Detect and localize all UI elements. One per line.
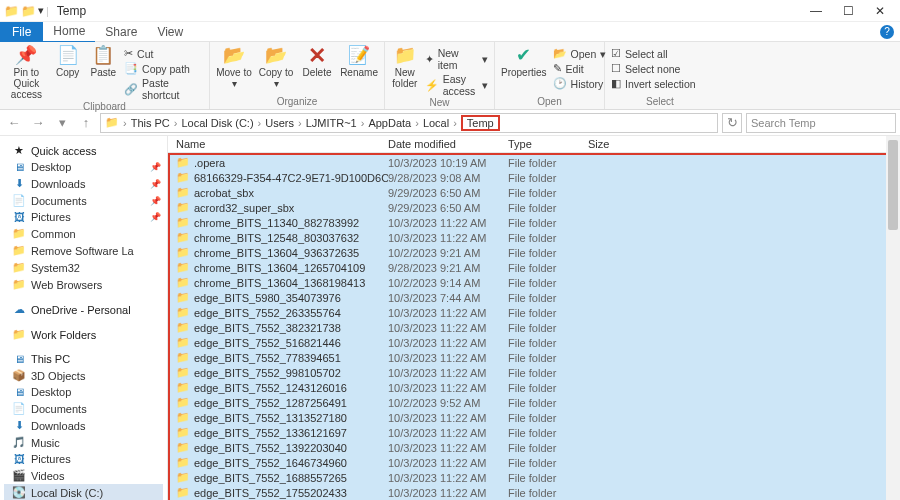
- nav-item[interactable]: 📦3D Objects: [4, 367, 163, 384]
- nav-item[interactable]: 🖼Pictures📌: [4, 209, 163, 225]
- nav-item[interactable]: 📄Documents📌: [4, 192, 163, 209]
- file-list[interactable]: 📁.opera10/3/2023 10:19 AMFile folder📁681…: [168, 153, 900, 500]
- easy-access-button[interactable]: ⚡Easy access ▾: [425, 73, 488, 97]
- forward-button[interactable]: →: [28, 115, 48, 130]
- history-button[interactable]: 🕑History: [553, 77, 607, 90]
- pin-quick-access-button[interactable]: 📌Pin to Quick access: [6, 45, 47, 100]
- nav-item[interactable]: ⬇Downloads📌: [4, 175, 163, 192]
- table-row[interactable]: 📁edge_BITS_7552_38232173810/3/2023 11:22…: [170, 320, 898, 335]
- breadcrumb-item[interactable]: Users: [265, 117, 294, 129]
- breadcrumb-item[interactable]: Local Disk (C:): [181, 117, 253, 129]
- close-button[interactable]: ✕: [864, 2, 896, 20]
- folder-icon: 📁: [4, 4, 19, 18]
- paste-button[interactable]: 📋Paste: [88, 45, 118, 78]
- paste-shortcut-button[interactable]: 🔗Paste shortcut: [124, 77, 203, 101]
- copy-path-button[interactable]: 📑Copy path: [124, 62, 203, 75]
- onedrive[interactable]: ☁OneDrive - Personal: [4, 301, 163, 318]
- select-none-button[interactable]: ☐Select none: [611, 62, 696, 75]
- table-row[interactable]: 📁chrome_BITS_11340_88278399210/3/2023 11…: [170, 215, 898, 230]
- table-row[interactable]: 📁acrord32_super_sbx9/29/2023 6:50 AMFile…: [170, 200, 898, 215]
- select-all-button[interactable]: ☑Select all: [611, 47, 696, 60]
- this-pc[interactable]: 🖥This PC: [4, 351, 163, 367]
- overflow-icon[interactable]: ▾: [38, 4, 44, 17]
- nav-item[interactable]: 📁Web Browsers: [4, 276, 163, 293]
- breadcrumb-item[interactable]: AppData: [368, 117, 411, 129]
- scrollbar[interactable]: [886, 136, 900, 500]
- move-to-button[interactable]: 📂Move to▾: [216, 45, 252, 89]
- back-button[interactable]: ←: [4, 115, 24, 130]
- up-button[interactable]: ↑: [76, 115, 96, 130]
- table-row[interactable]: 📁chrome_BITS_13604_12657041099/28/2023 9…: [170, 260, 898, 275]
- breadcrumb-item[interactable]: Local: [423, 117, 449, 129]
- table-row[interactable]: 📁edge_BITS_7552_128725649110/2/2023 9:52…: [170, 395, 898, 410]
- nav-pane[interactable]: ★Quick access 🖥Desktop📌⬇Downloads📌📄Docum…: [0, 136, 168, 500]
- folder-icon: 📁: [21, 4, 36, 18]
- group-select: Select: [611, 96, 709, 108]
- table-row[interactable]: 📁chrome_BITS_13604_136819841310/2/2023 9…: [170, 275, 898, 290]
- group-new: New: [391, 97, 488, 109]
- table-row[interactable]: 📁edge_BITS_7552_77839465110/3/2023 11:22…: [170, 350, 898, 365]
- table-row[interactable]: 📁edge_BITS_7552_168855726510/3/2023 11:2…: [170, 470, 898, 485]
- quick-access[interactable]: ★Quick access: [4, 142, 163, 159]
- nav-item[interactable]: 🖥Desktop: [4, 384, 163, 400]
- help-icon[interactable]: ?: [880, 25, 894, 39]
- nav-item[interactable]: 💽Local Disk (C:): [4, 484, 163, 500]
- breadcrumb-item[interactable]: This PC: [131, 117, 170, 129]
- table-row[interactable]: 📁edge_BITS_7552_26335576410/3/2023 11:22…: [170, 305, 898, 320]
- table-row[interactable]: 📁68166329-F354-47C2-9E71-9D100D6C39049/2…: [170, 170, 898, 185]
- nav-item[interactable]: 📁System32: [4, 259, 163, 276]
- nav-item[interactable]: 🎵Music: [4, 434, 163, 451]
- table-row[interactable]: 📁chrome_BITS_12548_80303763210/3/2023 11…: [170, 230, 898, 245]
- table-row[interactable]: 📁edge_BITS_7552_99810570210/3/2023 11:22…: [170, 365, 898, 380]
- tab-home[interactable]: Home: [43, 21, 95, 43]
- nav-item[interactable]: ⬇Downloads: [4, 417, 163, 434]
- table-row[interactable]: 📁edge_BITS_7552_131352718010/3/2023 11:2…: [170, 410, 898, 425]
- file-menu[interactable]: File: [0, 22, 43, 42]
- work-folders[interactable]: 📁Work Folders: [4, 326, 163, 343]
- breadcrumb-item[interactable]: LJMITR~1: [306, 117, 357, 129]
- copy-to-button[interactable]: 📂Copy to▾: [258, 45, 294, 89]
- refresh-button[interactable]: ↻: [722, 113, 742, 133]
- col-type[interactable]: Type: [508, 138, 588, 150]
- cut-button[interactable]: ✂Cut: [124, 47, 203, 60]
- col-date[interactable]: Date modified: [388, 138, 508, 150]
- delete-button[interactable]: ✕Delete: [300, 45, 334, 78]
- new-item-button[interactable]: ✦New item ▾: [425, 47, 488, 71]
- table-row[interactable]: 📁edge_BITS_7552_139220304010/3/2023 11:2…: [170, 440, 898, 455]
- maximize-button[interactable]: ☐: [832, 2, 864, 20]
- nav-item[interactable]: 🖼Pictures: [4, 451, 163, 467]
- group-open: Open: [501, 96, 598, 108]
- table-row[interactable]: 📁edge_BITS_7552_175520243310/3/2023 11:2…: [170, 485, 898, 500]
- search-input[interactable]: Search Temp: [746, 113, 896, 133]
- scroll-thumb[interactable]: [888, 140, 898, 230]
- table-row[interactable]: 📁edge_BITS_7552_51682144610/3/2023 11:22…: [170, 335, 898, 350]
- edit-button[interactable]: ✎Edit: [553, 62, 607, 75]
- table-row[interactable]: 📁edge_BITS_7552_124312601610/3/2023 11:2…: [170, 380, 898, 395]
- properties-button[interactable]: ✔Properties: [501, 45, 547, 78]
- minimize-button[interactable]: —: [800, 2, 832, 20]
- table-row[interactable]: 📁edge_BITS_7552_164673496010/3/2023 11:2…: [170, 455, 898, 470]
- table-row[interactable]: 📁edge_BITS_5980_35407397610/3/2023 7:44 …: [170, 290, 898, 305]
- copy-button[interactable]: 📄Copy: [53, 45, 83, 78]
- new-folder-button[interactable]: 📁New folder: [391, 45, 419, 89]
- recent-button[interactable]: ▾: [52, 115, 72, 130]
- table-row[interactable]: 📁edge_BITS_7552_133612169710/3/2023 11:2…: [170, 425, 898, 440]
- nav-item[interactable]: 📁Remove Software La: [4, 242, 163, 259]
- open-button[interactable]: 📂Open ▾: [553, 47, 607, 60]
- table-row[interactable]: 📁acrobat_sbx9/29/2023 6:50 AMFile folder: [170, 185, 898, 200]
- group-organize: Organize: [216, 96, 378, 108]
- table-row[interactable]: 📁.opera10/3/2023 10:19 AMFile folder: [170, 155, 898, 170]
- breadcrumb-item[interactable]: Temp: [461, 115, 500, 131]
- nav-item[interactable]: 📄Documents: [4, 400, 163, 417]
- tab-share[interactable]: Share: [95, 22, 147, 42]
- nav-item[interactable]: 📁Common: [4, 225, 163, 242]
- tab-view[interactable]: View: [147, 22, 193, 42]
- col-name[interactable]: Name: [168, 138, 388, 150]
- nav-item[interactable]: 🖥Desktop📌: [4, 159, 163, 175]
- nav-item[interactable]: 🎬Videos: [4, 467, 163, 484]
- rename-button[interactable]: 📝Rename: [340, 45, 378, 78]
- col-size[interactable]: Size: [588, 138, 648, 150]
- table-row[interactable]: 📁chrome_BITS_13604_93637263510/2/2023 9:…: [170, 245, 898, 260]
- invert-selection-button[interactable]: ◧Invert selection: [611, 77, 696, 90]
- breadcrumb[interactable]: 📁 › This PC›Local Disk (C:)›Users›LJMITR…: [100, 113, 718, 133]
